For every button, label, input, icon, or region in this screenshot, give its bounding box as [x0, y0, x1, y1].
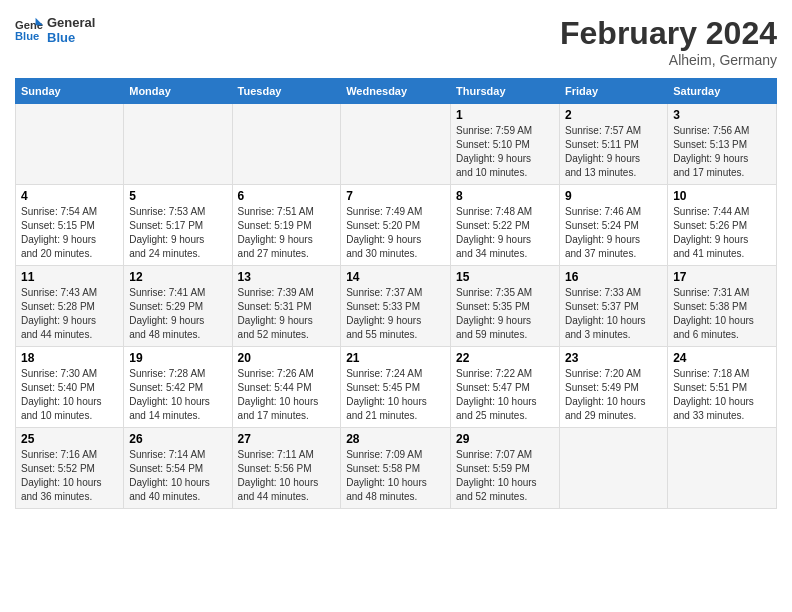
weekday-header-thursday: Thursday: [451, 79, 560, 104]
calendar-cell: 3Sunrise: 7:56 AM Sunset: 5:13 PM Daylig…: [668, 104, 777, 185]
location: Alheim, Germany: [560, 52, 777, 68]
calendar-cell: 22Sunrise: 7:22 AM Sunset: 5:47 PM Dayli…: [451, 347, 560, 428]
calendar-cell: 16Sunrise: 7:33 AM Sunset: 5:37 PM Dayli…: [560, 266, 668, 347]
calendar-cell: 24Sunrise: 7:18 AM Sunset: 5:51 PM Dayli…: [668, 347, 777, 428]
calendar-cell: 2Sunrise: 7:57 AM Sunset: 5:11 PM Daylig…: [560, 104, 668, 185]
calendar-cell: 9Sunrise: 7:46 AM Sunset: 5:24 PM Daylig…: [560, 185, 668, 266]
day-info: Sunrise: 7:54 AM Sunset: 5:15 PM Dayligh…: [21, 205, 118, 261]
calendar-cell: 29Sunrise: 7:07 AM Sunset: 5:59 PM Dayli…: [451, 428, 560, 509]
day-number: 24: [673, 351, 771, 365]
calendar-cell: 1Sunrise: 7:59 AM Sunset: 5:10 PM Daylig…: [451, 104, 560, 185]
day-info: Sunrise: 7:18 AM Sunset: 5:51 PM Dayligh…: [673, 367, 771, 423]
day-number: 26: [129, 432, 226, 446]
logo: General Blue General Blue: [15, 15, 95, 45]
calendar-cell: 26Sunrise: 7:14 AM Sunset: 5:54 PM Dayli…: [124, 428, 232, 509]
day-number: 8: [456, 189, 554, 203]
logo-blue-text: Blue: [47, 30, 95, 45]
calendar-cell: 15Sunrise: 7:35 AM Sunset: 5:35 PM Dayli…: [451, 266, 560, 347]
day-info: Sunrise: 7:11 AM Sunset: 5:56 PM Dayligh…: [238, 448, 336, 504]
day-number: 10: [673, 189, 771, 203]
day-number: 15: [456, 270, 554, 284]
day-number: 5: [129, 189, 226, 203]
calendar-cell: 5Sunrise: 7:53 AM Sunset: 5:17 PM Daylig…: [124, 185, 232, 266]
calendar-week-1: 1Sunrise: 7:59 AM Sunset: 5:10 PM Daylig…: [16, 104, 777, 185]
day-number: 19: [129, 351, 226, 365]
day-number: 29: [456, 432, 554, 446]
day-info: Sunrise: 7:14 AM Sunset: 5:54 PM Dayligh…: [129, 448, 226, 504]
day-info: Sunrise: 7:49 AM Sunset: 5:20 PM Dayligh…: [346, 205, 445, 261]
calendar-week-5: 25Sunrise: 7:16 AM Sunset: 5:52 PM Dayli…: [16, 428, 777, 509]
calendar-cell: 13Sunrise: 7:39 AM Sunset: 5:31 PM Dayli…: [232, 266, 341, 347]
weekday-header-tuesday: Tuesday: [232, 79, 341, 104]
day-number: 16: [565, 270, 662, 284]
calendar-cell: 27Sunrise: 7:11 AM Sunset: 5:56 PM Dayli…: [232, 428, 341, 509]
day-number: 22: [456, 351, 554, 365]
day-info: Sunrise: 7:26 AM Sunset: 5:44 PM Dayligh…: [238, 367, 336, 423]
day-number: 23: [565, 351, 662, 365]
day-number: 1: [456, 108, 554, 122]
calendar-cell: [341, 104, 451, 185]
day-number: 27: [238, 432, 336, 446]
calendar-cell: [124, 104, 232, 185]
calendar-week-2: 4Sunrise: 7:54 AM Sunset: 5:15 PM Daylig…: [16, 185, 777, 266]
day-number: 28: [346, 432, 445, 446]
day-info: Sunrise: 7:37 AM Sunset: 5:33 PM Dayligh…: [346, 286, 445, 342]
day-number: 25: [21, 432, 118, 446]
day-info: Sunrise: 7:44 AM Sunset: 5:26 PM Dayligh…: [673, 205, 771, 261]
calendar-cell: 7Sunrise: 7:49 AM Sunset: 5:20 PM Daylig…: [341, 185, 451, 266]
day-number: 2: [565, 108, 662, 122]
calendar-cell: [232, 104, 341, 185]
logo-icon: General Blue: [15, 16, 43, 44]
calendar-cell: 23Sunrise: 7:20 AM Sunset: 5:49 PM Dayli…: [560, 347, 668, 428]
day-info: Sunrise: 7:57 AM Sunset: 5:11 PM Dayligh…: [565, 124, 662, 180]
day-number: 21: [346, 351, 445, 365]
day-info: Sunrise: 7:16 AM Sunset: 5:52 PM Dayligh…: [21, 448, 118, 504]
day-info: Sunrise: 7:31 AM Sunset: 5:38 PM Dayligh…: [673, 286, 771, 342]
weekday-header-row: SundayMondayTuesdayWednesdayThursdayFrid…: [16, 79, 777, 104]
day-number: 4: [21, 189, 118, 203]
calendar-cell: 14Sunrise: 7:37 AM Sunset: 5:33 PM Dayli…: [341, 266, 451, 347]
weekday-header-wednesday: Wednesday: [341, 79, 451, 104]
logo-general-text: General: [47, 15, 95, 30]
day-number: 6: [238, 189, 336, 203]
title-block: February 2024 Alheim, Germany: [560, 15, 777, 68]
day-info: Sunrise: 7:22 AM Sunset: 5:47 PM Dayligh…: [456, 367, 554, 423]
svg-text:Blue: Blue: [15, 30, 39, 42]
calendar-cell: 17Sunrise: 7:31 AM Sunset: 5:38 PM Dayli…: [668, 266, 777, 347]
calendar-cell: 6Sunrise: 7:51 AM Sunset: 5:19 PM Daylig…: [232, 185, 341, 266]
weekday-header-sunday: Sunday: [16, 79, 124, 104]
day-info: Sunrise: 7:53 AM Sunset: 5:17 PM Dayligh…: [129, 205, 226, 261]
calendar-cell: 18Sunrise: 7:30 AM Sunset: 5:40 PM Dayli…: [16, 347, 124, 428]
day-info: Sunrise: 7:51 AM Sunset: 5:19 PM Dayligh…: [238, 205, 336, 261]
day-info: Sunrise: 7:48 AM Sunset: 5:22 PM Dayligh…: [456, 205, 554, 261]
calendar-table: SundayMondayTuesdayWednesdayThursdayFrid…: [15, 78, 777, 509]
day-info: Sunrise: 7:28 AM Sunset: 5:42 PM Dayligh…: [129, 367, 226, 423]
day-info: Sunrise: 7:43 AM Sunset: 5:28 PM Dayligh…: [21, 286, 118, 342]
calendar-week-3: 11Sunrise: 7:43 AM Sunset: 5:28 PM Dayli…: [16, 266, 777, 347]
calendar-cell: 11Sunrise: 7:43 AM Sunset: 5:28 PM Dayli…: [16, 266, 124, 347]
day-number: 20: [238, 351, 336, 365]
page-header: General Blue General Blue February 2024 …: [15, 15, 777, 68]
day-info: Sunrise: 7:59 AM Sunset: 5:10 PM Dayligh…: [456, 124, 554, 180]
calendar-cell: 21Sunrise: 7:24 AM Sunset: 5:45 PM Dayli…: [341, 347, 451, 428]
calendar-cell: [16, 104, 124, 185]
calendar-cell: [668, 428, 777, 509]
day-info: Sunrise: 7:09 AM Sunset: 5:58 PM Dayligh…: [346, 448, 445, 504]
weekday-header-monday: Monday: [124, 79, 232, 104]
day-info: Sunrise: 7:33 AM Sunset: 5:37 PM Dayligh…: [565, 286, 662, 342]
day-info: Sunrise: 7:46 AM Sunset: 5:24 PM Dayligh…: [565, 205, 662, 261]
calendar-cell: 20Sunrise: 7:26 AM Sunset: 5:44 PM Dayli…: [232, 347, 341, 428]
weekday-header-saturday: Saturday: [668, 79, 777, 104]
day-number: 14: [346, 270, 445, 284]
day-info: Sunrise: 7:07 AM Sunset: 5:59 PM Dayligh…: [456, 448, 554, 504]
calendar-week-4: 18Sunrise: 7:30 AM Sunset: 5:40 PM Dayli…: [16, 347, 777, 428]
calendar-cell: 19Sunrise: 7:28 AM Sunset: 5:42 PM Dayli…: [124, 347, 232, 428]
day-number: 9: [565, 189, 662, 203]
day-number: 12: [129, 270, 226, 284]
calendar-cell: 28Sunrise: 7:09 AM Sunset: 5:58 PM Dayli…: [341, 428, 451, 509]
weekday-header-friday: Friday: [560, 79, 668, 104]
calendar-cell: 4Sunrise: 7:54 AM Sunset: 5:15 PM Daylig…: [16, 185, 124, 266]
day-info: Sunrise: 7:39 AM Sunset: 5:31 PM Dayligh…: [238, 286, 336, 342]
day-info: Sunrise: 7:56 AM Sunset: 5:13 PM Dayligh…: [673, 124, 771, 180]
day-info: Sunrise: 7:41 AM Sunset: 5:29 PM Dayligh…: [129, 286, 226, 342]
